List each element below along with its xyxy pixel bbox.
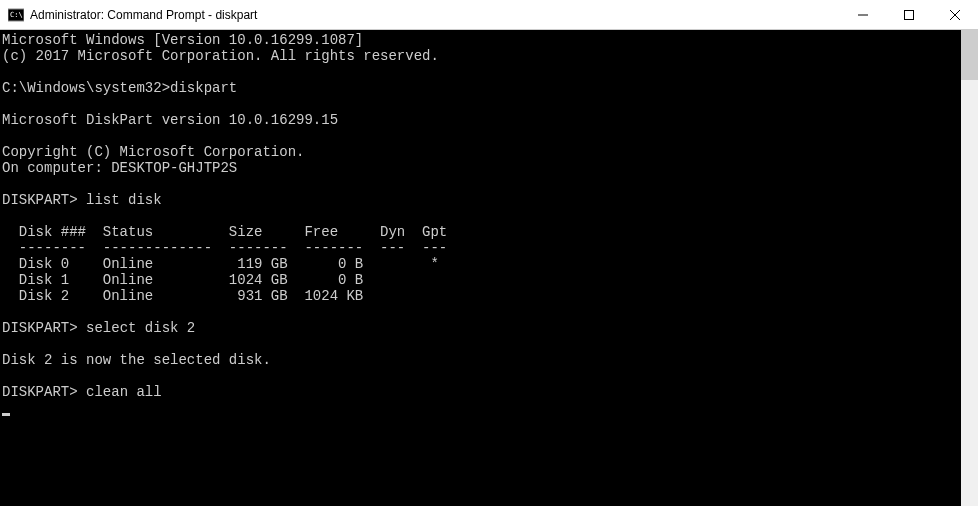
cmd-icon: C:\	[8, 7, 24, 23]
maximize-button[interactable]	[886, 0, 932, 29]
window-controls	[840, 0, 978, 29]
cursor	[2, 413, 10, 416]
prompt: C:\Windows\system32>	[2, 80, 170, 96]
copyright-line: (c) 2017 Microsoft Corporation. All righ…	[2, 48, 439, 64]
version-line: Microsoft Windows [Version 10.0.16299.10…	[2, 32, 363, 48]
minimize-button[interactable]	[840, 0, 886, 29]
diskpart-computer: On computer: DESKTOP-GHJTP2S	[2, 160, 237, 176]
command-select-disk: select disk 2	[78, 320, 196, 336]
diskpart-prompt: DISKPART>	[2, 192, 78, 208]
table-row: Disk 0 Online 119 GB 0 B *	[2, 256, 439, 272]
terminal[interactable]: Microsoft Windows [Version 10.0.16299.10…	[0, 30, 961, 506]
table-header: Disk ### Status Size Free Dyn Gpt	[2, 224, 447, 240]
table-row: Disk 1 Online 1024 GB 0 B	[2, 272, 363, 288]
diskpart-copyright: Copyright (C) Microsoft Corporation.	[2, 144, 304, 160]
window-title: Administrator: Command Prompt - diskpart	[30, 8, 840, 22]
scrollbar-thumb[interactable]	[961, 30, 978, 80]
table-row: Disk 2 Online 931 GB 1024 KB	[2, 288, 363, 304]
scrollbar[interactable]	[961, 30, 978, 506]
titlebar: C:\ Administrator: Command Prompt - disk…	[0, 0, 978, 30]
svg-text:C:\: C:\	[10, 11, 23, 19]
diskpart-prompt: DISKPART>	[2, 320, 78, 336]
select-result: Disk 2 is now the selected disk.	[2, 352, 271, 368]
svg-rect-3	[905, 10, 914, 19]
diskpart-version: Microsoft DiskPart version 10.0.16299.15	[2, 112, 338, 128]
command-diskpart: diskpart	[170, 80, 237, 96]
terminal-area: Microsoft Windows [Version 10.0.16299.10…	[0, 30, 978, 506]
diskpart-prompt: DISKPART>	[2, 384, 78, 400]
command-list-disk: list disk	[78, 192, 162, 208]
table-divider: -------- ------------- ------- ------- -…	[2, 240, 447, 256]
close-button[interactable]	[932, 0, 978, 29]
command-clean-all: clean all	[78, 384, 162, 400]
